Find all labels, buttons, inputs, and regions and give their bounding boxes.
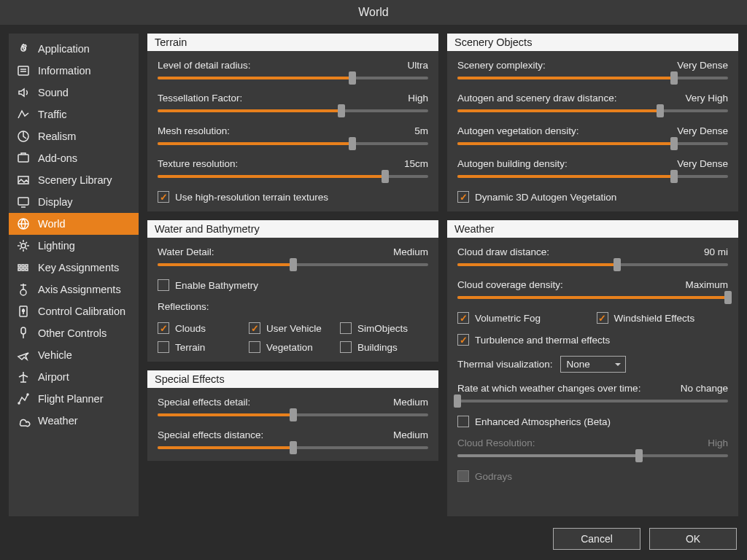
checkbox-label: Terrain	[175, 342, 205, 353]
sidebar-item-realism[interactable]: Realism	[9, 125, 139, 147]
slider-weather-rate: Rate at which weather changes over time:…	[457, 383, 728, 405]
sidebar-item-axis-assignments[interactable]: Axis Assignments	[9, 279, 139, 300]
checkbox-row-windshield-effects[interactable]: Windshield Effects	[597, 312, 729, 324]
slider-thumb[interactable]	[349, 137, 356, 150]
ok-button[interactable]: OK	[649, 528, 737, 550]
sidebar-item-traffic[interactable]: Traffic	[9, 104, 139, 125]
slider-track[interactable]	[457, 397, 728, 405]
cancel-button[interactable]: Cancel	[553, 528, 640, 550]
svg-rect-13	[26, 265, 28, 267]
thermal-vis-row: Thermal visualization: None	[457, 356, 728, 373]
slider-thumb[interactable]	[657, 104, 664, 117]
checkbox-reflection-buildings[interactable]	[340, 341, 352, 353]
checkbox-dynamic-3d-autogen[interactable]	[457, 191, 469, 203]
checkbox-row-turbulence-thermal[interactable]: Turbulence and thermal effects	[457, 334, 728, 346]
checkbox-reflection-simobjects[interactable]	[340, 322, 352, 334]
slider-thumb[interactable]	[290, 408, 297, 421]
thermal-vis-select[interactable]: None	[560, 356, 626, 373]
sidebar-item-lighting[interactable]: Lighting	[9, 235, 139, 257]
sidebar-item-weather[interactable]: Weather	[9, 410, 139, 432]
checkbox-turbulence-thermal[interactable]	[457, 334, 469, 346]
slider-thumb[interactable]	[290, 258, 297, 271]
slider-thumb[interactable]	[670, 170, 678, 183]
slider-thumb[interactable]	[614, 258, 621, 271]
checkbox-enhanced-atmospherics[interactable]	[457, 416, 469, 427]
reflections-label: Reflections:	[158, 301, 428, 312]
sidebar-item-display[interactable]: Display	[9, 191, 139, 213]
slider-label: Level of detail radius:	[158, 60, 251, 71]
slider-value: Maximum	[685, 279, 728, 290]
sidebar-item-airport[interactable]: Airport	[9, 366, 139, 388]
slider-track[interactable]	[158, 74, 428, 82]
panel-header-weather: Weather	[447, 220, 738, 238]
checkbox-reflection-user-vehicle[interactable]	[249, 322, 260, 334]
svg-rect-14	[18, 268, 20, 271]
sidebar-item-scenery-library[interactable]: Scenery Library	[9, 169, 139, 191]
checkbox-row-reflection-vegetation[interactable]: Vegetation	[249, 341, 337, 353]
slider-thumb[interactable]	[670, 71, 678, 85]
slider-label: Cloud draw distance:	[457, 246, 549, 257]
sidebar-item-control-calibration[interactable]: Control Calibration	[9, 300, 139, 322]
sidebar-item-application[interactable]: Application	[9, 38, 139, 60]
calibration-icon	[16, 304, 31, 319]
slider-track[interactable]	[457, 106, 728, 115]
slider-track[interactable]	[158, 260, 428, 269]
sidebar-item-vehicle[interactable]: Vehicle	[9, 344, 139, 366]
sidebar-item-add-ons[interactable]: Add-ons	[9, 147, 139, 169]
slider-track[interactable]	[158, 172, 428, 181]
slider-label: Cloud Resolution:	[457, 438, 535, 448]
slider-scenery-0: Scenery complexity: Very Dense	[457, 60, 728, 82]
slider-track[interactable]	[158, 106, 428, 115]
checkbox-volumetric-fog[interactable]	[457, 312, 469, 324]
checkbox-row-dynamic-3d-autogen[interactable]: Dynamic 3D Autogen Vegetation	[457, 191, 728, 203]
slider-track[interactable]	[457, 260, 728, 269]
checkbox-row-bathymetry[interactable]: Enable Bathymetry	[158, 279, 428, 291]
sidebar-item-label: Add-ons	[38, 152, 77, 164]
sidebar-item-label: Weather	[38, 415, 78, 427]
sidebar-item-key-assignments[interactable]: Key Assignments	[9, 257, 139, 279]
slider-sfx-1: Special effects distance: Medium	[158, 429, 428, 452]
checkbox-row-volumetric-fog[interactable]: Volumetric Fog	[457, 312, 589, 324]
sidebar-nav: ApplicationInformationSoundTrafficRealis…	[9, 34, 139, 516]
checkbox-row-hires-textures[interactable]: Use high-resolution terrain textures	[158, 191, 428, 203]
checkbox-row-enhanced-atmospherics[interactable]: Enhanced Atmospherics (Beta)	[457, 416, 728, 427]
display-icon	[16, 195, 31, 209]
checkbox-row-reflection-terrain[interactable]: Terrain	[158, 341, 246, 353]
panel-weather: Weather Cloud draw distance: 90 mi Cloud…	[447, 220, 738, 516]
slider-thumb[interactable]	[724, 291, 732, 304]
slider-track[interactable]	[158, 139, 428, 148]
checkbox-reflection-vegetation[interactable]	[249, 341, 260, 353]
info-icon	[16, 63, 31, 78]
checkbox-reflection-clouds[interactable]	[158, 322, 169, 334]
slider-track[interactable]	[457, 293, 728, 302]
slider-value: 5m	[414, 125, 428, 136]
slider-track[interactable]	[457, 139, 728, 148]
sidebar-item-other-controls[interactable]: Other Controls	[9, 322, 139, 344]
sidebar-item-sound[interactable]: Sound	[9, 82, 139, 104]
slider-track[interactable]	[457, 172, 728, 181]
checkbox-row-reflection-user-vehicle[interactable]: User Vehicle	[249, 322, 337, 334]
slider-thumb[interactable]	[349, 71, 356, 85]
window-title: World	[0, 0, 747, 25]
checkbox-hires-textures[interactable]	[158, 191, 169, 203]
slider-thumb[interactable]	[338, 104, 345, 117]
sidebar-item-world[interactable]: World	[9, 213, 139, 235]
svg-rect-23	[21, 327, 26, 334]
checkbox-reflection-terrain[interactable]	[158, 341, 169, 353]
slider-track[interactable]	[457, 74, 728, 82]
checkbox-bathymetry[interactable]	[158, 279, 169, 291]
checkbox-row-reflection-buildings[interactable]: Buildings	[340, 341, 428, 353]
slider-thumb[interactable]	[290, 441, 297, 454]
checkbox-windshield-effects[interactable]	[597, 312, 608, 324]
sidebar-item-flight-planner[interactable]: Flight Planner	[9, 388, 139, 410]
sidebar-item-label: Scenery Library	[38, 174, 112, 186]
slider-thumb[interactable]	[454, 394, 461, 408]
slider-thumb[interactable]	[670, 137, 678, 150]
sidebar-item-information[interactable]: Information	[9, 60, 139, 82]
slider-terrain-3: Texture resolution: 15cm	[158, 158, 428, 181]
checkbox-row-reflection-clouds[interactable]: Clouds	[158, 322, 246, 334]
checkbox-row-reflection-simobjects[interactable]: SimObjects	[340, 322, 428, 334]
slider-track[interactable]	[158, 411, 428, 419]
slider-track[interactable]	[158, 443, 428, 452]
slider-thumb[interactable]	[382, 170, 389, 183]
